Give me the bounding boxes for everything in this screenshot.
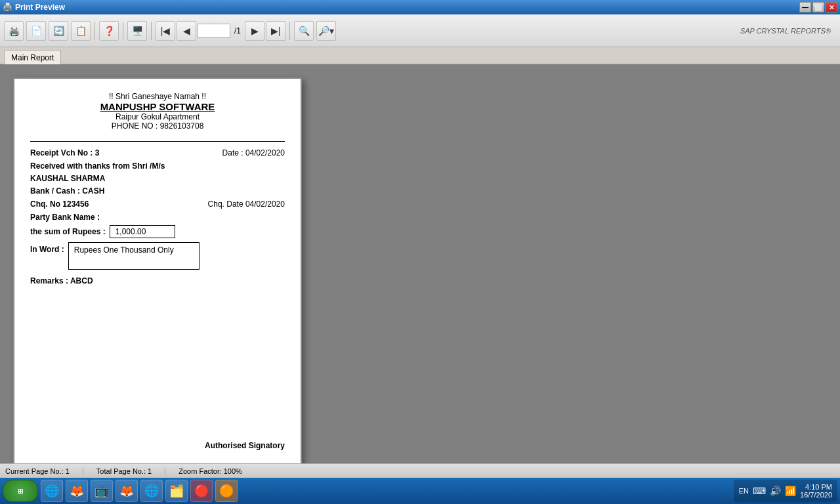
close-button[interactable]: ✕ — [826, 2, 837, 12]
taskbar-app-firefox[interactable]: 🦊 — [66, 480, 88, 502]
authorised-signatory: Authorised Signatory — [205, 441, 285, 450]
main-report-tab-label: Main Report — [11, 53, 54, 62]
nav-controls: |◀ ◀ 1 /1 ▶ ▶| — [156, 21, 285, 41]
taskbar-app-ie[interactable]: 🌐 — [41, 480, 63, 502]
taskbar-app-firefox2[interactable]: 🦊 — [116, 480, 138, 502]
chq-date-label: Chq. Date 04/02/2020 — [208, 200, 285, 209]
help-button[interactable]: ❓ — [99, 21, 119, 41]
bank-cash-row: Bank / Cash : CASH — [30, 186, 285, 196]
in-word-row: In Word : Rupees One Thousand Only — [30, 242, 285, 270]
header-divider — [30, 141, 285, 142]
maximize-button[interactable]: ⬜ — [812, 2, 824, 12]
zoom-button[interactable]: 🔎▾ — [316, 21, 336, 41]
zoom-status: Zoom Factor: 100% — [178, 467, 255, 475]
main-area: !! Shri Ganeshaye Namah !! MANPUSHP SOFT… — [0, 64, 840, 463]
date-label: Date : 04/02/2020 — [222, 148, 285, 158]
tab-bar: Main Report — [0, 47, 840, 64]
party-bank-label: Party Bank Name : — [30, 213, 100, 222]
status-bar: Current Page No.: 1 Total Page No.: 1 Zo… — [0, 463, 840, 478]
tray-time: 4:10 PM 16/7/2020 — [800, 483, 832, 499]
word-box: Rupees One Thousand Only — [68, 242, 200, 270]
refresh-button[interactable]: 🔄 — [49, 21, 68, 41]
taskbar-tray: EN ⌨ 🔊 📶 4:10 PM 16/7/2020 — [734, 480, 837, 502]
toolbar-sep-3 — [151, 22, 152, 40]
remarks-row: Remarks : ABCD — [30, 276, 285, 285]
party-bank-row: Party Bank Name : — [30, 213, 285, 222]
receipt-vch-label: Receipt Vch No : 3 — [30, 148, 99, 158]
page-setup-button[interactable]: 📄 — [26, 21, 46, 41]
main-report-tab[interactable]: Main Report — [4, 50, 61, 64]
party-name-row: KAUSHAL SHARMA — [30, 174, 285, 183]
total-page-status: Total Page No.: 1 — [96, 467, 165, 475]
taskbar-app-red[interactable]: 🔴 — [190, 480, 213, 502]
prev-page-button[interactable]: ◀ — [177, 21, 196, 41]
first-page-button[interactable]: |◀ — [156, 21, 175, 41]
print-button[interactable]: 🖨️ — [4, 21, 24, 41]
date-display: 16/7/2020 — [800, 491, 832, 499]
address-text: Raipur Gokul Apartment — [30, 112, 285, 121]
start-button[interactable]: ⊞ — [3, 480, 38, 502]
word-value: Rupees One Thousand Only — [74, 245, 174, 255]
received-from-row: Received with thanks from Shri /M/s — [30, 161, 285, 171]
toolbar-sep-4 — [289, 22, 290, 40]
blessing-text: !! Shri Ganeshaye Namah !! — [30, 92, 285, 101]
received-from-label: Received with thanks from Shri /M/s — [30, 161, 165, 171]
chq-no-label: Chq. No 123456 — [30, 200, 89, 209]
page-number-input[interactable]: 1 — [198, 24, 230, 38]
taskbar-app-orange[interactable]: 🟠 — [215, 480, 238, 502]
report-document: !! Shri Ganeshaye Namah !! MANPUSHP SOFT… — [13, 77, 302, 463]
sap-label: SAP CRYSTAL REPORTS® — [740, 27, 836, 35]
receipt-row: Receipt Vch No : 3 Date : 04/02/2020 — [30, 148, 285, 158]
time-display: 4:10 PM — [800, 483, 832, 491]
in-word-label: In Word : — [30, 245, 64, 254]
last-page-button[interactable]: ▶| — [266, 21, 285, 41]
taskbar-app-chrome[interactable]: 🌐 — [140, 480, 163, 502]
export-button[interactable]: 📋 — [71, 21, 91, 41]
tray-network-icon[interactable]: 📶 — [785, 486, 796, 496]
toolbar-sep-2 — [123, 22, 123, 40]
tray-speaker-icon[interactable]: 🔊 — [770, 486, 781, 496]
current-page-status: Current Page No.: 1 — [5, 467, 83, 475]
sum-rupees-label: the sum of Rupees : — [30, 227, 106, 236]
amount-box: 1,000.00 — [110, 225, 175, 238]
title-bar-text: Print Preview — [15, 3, 65, 12]
bank-cash-label: Bank / Cash : CASH — [30, 186, 104, 196]
sum-rupees-row: the sum of Rupees : 1,000.00 — [30, 225, 285, 238]
taskbar: ⊞ 🌐 🦊 📺 🦊 🌐 🗂️ 🔴 🟠 EN ⌨ 🔊 📶 4:10 PM 16/7… — [0, 478, 840, 504]
group-tree-button[interactable]: 🖥️ — [127, 21, 147, 41]
toolbar: 🖨️ 📄 🔄 📋 ❓ 🖥️ |◀ ◀ 1 /1 ▶ ▶| 🔍 🔎▾ SAP CR… — [0, 14, 840, 47]
title-bar-left: 🖨️ Print Preview — [3, 3, 65, 12]
cheque-row: Chq. No 123456 Chq. Date 04/02/2020 — [30, 200, 285, 209]
taskbar-app-explorer[interactable]: 🗂️ — [165, 480, 188, 502]
toolbar-sep-1 — [94, 22, 95, 40]
title-bar-buttons: — ⬜ ✕ — [799, 2, 837, 12]
page-count: /1 — [234, 26, 241, 35]
company-name: MANPUSHP SOFTWARE — [30, 101, 285, 112]
tray-lang: EN — [739, 487, 749, 495]
remarks-label: Remarks : ABCD — [30, 276, 93, 285]
doc-header: !! Shri Ganeshaye Namah !! MANPUSHP SOFT… — [30, 92, 285, 131]
print-preview-icon: 🖨️ — [3, 3, 12, 12]
phone-text: PHONE NO : 9826103708 — [30, 121, 285, 131]
next-page-button[interactable]: ▶ — [245, 21, 264, 41]
minimize-button[interactable]: — — [799, 2, 811, 12]
taskbar-app-media[interactable]: 📺 — [91, 480, 113, 502]
title-bar: 🖨️ Print Preview — ⬜ ✕ — [0, 0, 840, 14]
party-name: KAUSHAL SHARMA — [30, 174, 105, 183]
search-button[interactable]: 🔍 — [294, 21, 314, 41]
tray-keyboard-icon[interactable]: ⌨ — [753, 486, 766, 496]
